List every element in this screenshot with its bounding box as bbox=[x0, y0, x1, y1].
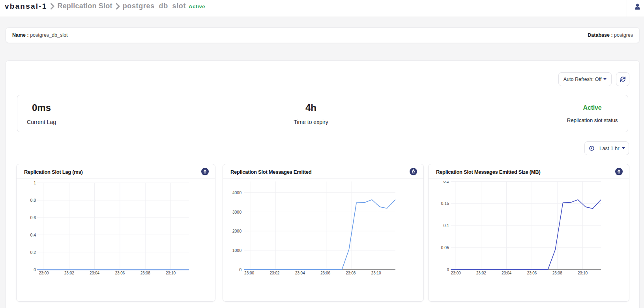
svg-text:1000: 1000 bbox=[232, 248, 242, 253]
svg-text:23:02: 23:02 bbox=[270, 271, 279, 275]
svg-text:0.6: 0.6 bbox=[30, 215, 36, 220]
svg-text:23:10: 23:10 bbox=[578, 271, 588, 275]
svg-text:0.15: 0.15 bbox=[441, 201, 449, 206]
svg-text:23:00: 23:00 bbox=[451, 271, 461, 275]
svg-text:23:08: 23:08 bbox=[140, 271, 150, 275]
svg-text:23:04: 23:04 bbox=[502, 271, 511, 275]
svg-text:23:10: 23:10 bbox=[371, 271, 381, 275]
svg-text:0.2: 0.2 bbox=[30, 250, 36, 255]
svg-text:4000: 4000 bbox=[232, 190, 242, 195]
svg-text:23:08: 23:08 bbox=[552, 271, 562, 275]
svg-text:0.2: 0.2 bbox=[443, 179, 449, 184]
svg-text:1: 1 bbox=[34, 180, 36, 185]
svg-text:23:04: 23:04 bbox=[90, 271, 99, 275]
svg-text:23:10: 23:10 bbox=[166, 271, 176, 275]
svg-text:23:02: 23:02 bbox=[476, 271, 486, 275]
svg-text:3000: 3000 bbox=[232, 210, 242, 214]
svg-text:23:06: 23:06 bbox=[320, 271, 330, 275]
svg-text:23:08: 23:08 bbox=[346, 271, 356, 275]
svg-text:23:00: 23:00 bbox=[244, 271, 254, 275]
svg-text:23:02: 23:02 bbox=[64, 271, 74, 275]
svg-text:23:06: 23:06 bbox=[115, 271, 125, 275]
svg-text:23:04: 23:04 bbox=[295, 271, 305, 275]
svg-text:2000: 2000 bbox=[232, 229, 242, 233]
svg-text:0: 0 bbox=[34, 267, 36, 272]
svg-text:0: 0 bbox=[239, 267, 242, 272]
svg-text:0: 0 bbox=[447, 267, 449, 272]
svg-text:0.8: 0.8 bbox=[30, 198, 36, 203]
svg-text:23:00: 23:00 bbox=[39, 271, 49, 275]
svg-text:0.4: 0.4 bbox=[30, 233, 36, 237]
svg-text:0.1: 0.1 bbox=[443, 223, 449, 228]
svg-text:0.05: 0.05 bbox=[441, 245, 449, 250]
svg-text:23:06: 23:06 bbox=[527, 271, 537, 275]
